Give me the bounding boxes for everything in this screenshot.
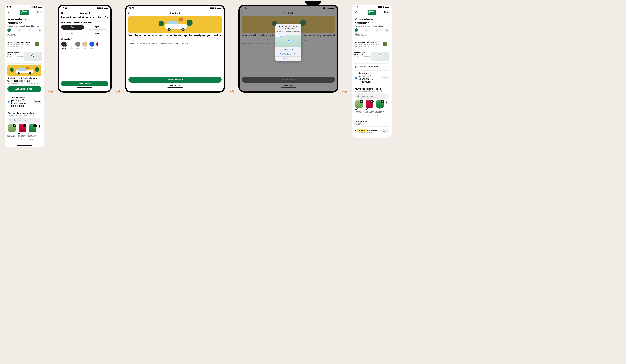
vehicle-card-title: Add your vehicle details for a faster cu… (7, 77, 41, 82)
step-store-icon: 🏬 (38, 28, 41, 32)
vehicle-illustration (7, 65, 41, 76)
help-button[interactable]: Help (383, 10, 390, 14)
allow-while-using-button[interactable]: Allow While Using App (275, 52, 301, 56)
search-input[interactable] (14, 119, 39, 121)
order-confirmed-card: Your order is confirmed Pick up anytime … (6, 16, 43, 38)
color-grey[interactable]: Grey (75, 41, 80, 49)
person-icon: 👤 (7, 101, 10, 103)
modal-header: ✕ Step 1 of 2 (59, 10, 111, 16)
invite-button[interactable]: Invite (381, 129, 389, 133)
close-icon[interactable]: ✕ (61, 11, 63, 15)
product-item-partial[interactable]: $ Till… 48 (386, 100, 389, 116)
allow-once-button[interactable]: Allow Once (275, 47, 301, 52)
save-vehicle-button[interactable]: Save vehicle (61, 81, 108, 86)
step-confirmed-icon: ✓ (355, 28, 358, 32)
still-time-card: You've still got time to shop Add items … (353, 86, 390, 118)
product-item[interactable]: + $599 Organic Girl Baby Spinach 5 oz co… (355, 100, 364, 116)
step-label: Step 2 of 2 (170, 12, 180, 14)
store-location-card[interactable]: Fresh Grocery 50 Beale Street San Franci… (6, 50, 43, 62)
content-scroll[interactable]: Your order is confirmed Pick up anytime … (4, 16, 44, 145)
store-location-card[interactable]: Fresh Grocery 50 Beale Street San Franci… (353, 50, 390, 62)
home-indicator (167, 87, 183, 88)
color-white[interactable]: White (68, 41, 73, 49)
type-chip-suv[interactable]: SUV (85, 25, 109, 30)
edit-order-row[interactable]: Edit order 9 items · $55.31 › (7, 33, 41, 37)
search-bar[interactable]: 🔍 (355, 93, 389, 99)
alert-map[interactable]: ➤Precise: On (275, 35, 301, 47)
color-blue[interactable]: Blue (89, 41, 94, 49)
color-red-partial[interactable] (96, 41, 98, 47)
color-tan[interactable]: Tan (82, 41, 87, 49)
someone-else-card: 👤 Someone else picking up? Share pickup … (353, 71, 390, 85)
status-time: 12:30 (62, 7, 67, 9)
alert-description: We'll use your location to help you sele… (275, 29, 301, 35)
store-address-line2: San Francisco, CA 88888 (354, 56, 370, 58)
add-icon[interactable]: + (34, 124, 37, 127)
status-bar: 12:30 ▮▮▮▮ ◉ ▬▬ (126, 6, 224, 10)
flow-arrow-icon (115, 89, 121, 93)
product-item[interactable]: + $1269 California Olive Ranch Extra Vir… (376, 100, 384, 116)
dont-allow-button[interactable]: Don't Allow (275, 56, 301, 61)
product-size: 5 oz container (7, 137, 16, 139)
payment-method: Visa 1234 (355, 123, 387, 125)
product-item[interactable]: + $749 Horizon Organic Reduced Fat Milk … (365, 100, 374, 116)
close-button[interactable]: ✕ (353, 10, 358, 14)
total-card[interactable]: Total $135.94 Visa 1234 › (353, 119, 390, 126)
close-button[interactable]: ✕ (6, 10, 11, 14)
close-icon[interactable]: ✕ (128, 11, 130, 15)
help-button[interactable]: Help (36, 10, 43, 14)
someone-desc: Share pickup instructions (358, 78, 380, 83)
add-icon[interactable]: + (381, 100, 384, 103)
product-size: 64 fl oz (18, 139, 27, 140)
status-icons: ▮▮▮▮ ◉ ▬▬ (30, 6, 41, 8)
precise-toggle[interactable]: ➤Precise: On (276, 35, 284, 37)
screen-1-order-confirmed: 9:48 ▮▮▮▮ ◉ ▬▬ ✕ FreshGrocery Help Your … (4, 4, 44, 147)
type-chip-truck[interactable]: Truck (85, 31, 109, 36)
share-button[interactable]: Share (381, 76, 389, 80)
step-confirmed-icon: ✓ (7, 28, 11, 32)
skip-link[interactable]: Skip for now (128, 84, 222, 86)
content-scroll[interactable]: Your order is confirmed Pick up anytime … (352, 16, 391, 138)
add-vehicle-button[interactable]: Add vehicle details (7, 86, 41, 92)
product-carousel[interactable]: + $599 Organic Girl Baby Spinach 5 oz co… (7, 124, 41, 140)
turn-on-location-button: Turn on location (242, 77, 335, 82)
step-label: Step 2 of 2 (283, 12, 293, 14)
product-item[interactable]: + $1269 California Olive Ranch Extra Vir… (28, 124, 37, 140)
progress-steps: ✓ 🛒 🛡 🏬 (355, 28, 389, 32)
add-icon[interactable]: + (370, 100, 374, 103)
replacement-prefs-card[interactable]: Replacement preferences Let your shopper… (353, 40, 390, 49)
product-item-partial[interactable]: $ Till… (39, 124, 41, 140)
screen-2-vehicle-step1: 12:30 ▮▮▮▮ ◉ ▬▬ ✕ Step 1 of 2 Let us kno… (58, 4, 112, 93)
svg-point-1 (10, 68, 14, 72)
turn-on-location-button[interactable]: Turn on location (128, 77, 222, 82)
color-black[interactable]: Black (61, 41, 66, 49)
status-icons: ▮▮▮▮ ◉ ▬▬ (97, 7, 108, 9)
driving-status-card[interactable]: 🚗 You're driving a black car › (353, 63, 390, 69)
type-chip-van[interactable]: Van (61, 31, 84, 36)
add-icon[interactable]: + (23, 124, 26, 127)
product-carousel[interactable]: + $599 Organic Girl Baby Spinach 5 oz co… (355, 100, 389, 116)
add-icon[interactable]: + (360, 100, 363, 103)
home-indicator (77, 87, 92, 88)
status-bar: 9:48 ▮▮▮▮ ◉ ▬▬ (352, 4, 391, 9)
location-permission-alert: Allow "Instacart" to use your location? … (275, 24, 301, 61)
order-meta: 9 items · $55.31 (7, 35, 19, 37)
status-time: 9:48 (7, 6, 11, 8)
product-item[interactable]: + $599 Organic Girl Baby Spinach 5 oz co… (7, 124, 16, 140)
search-input[interactable] (361, 95, 387, 97)
replacement-prefs-card[interactable]: Replacement preferences Let your shopper… (6, 40, 43, 49)
type-chip-car[interactable]: Car (61, 25, 84, 30)
search-bar[interactable]: 🔍 (7, 118, 41, 123)
flow-arrow-icon (48, 89, 54, 93)
share-button[interactable]: Share (34, 100, 41, 104)
driving-text: You're driving a black car (359, 65, 386, 67)
status-time: 12:30 (129, 7, 134, 9)
edit-order-row[interactable]: Edit order 9 items · $55.31 › (355, 33, 389, 37)
chevron-right-icon: › (388, 121, 389, 124)
invite-desc: Invite friends, earn money! (357, 131, 380, 133)
vehicle-type-question: What type of vehicle are you driving? (61, 21, 108, 24)
store-name: Fresh Grocery (354, 52, 370, 54)
add-icon[interactable]: + (13, 124, 16, 127)
product-item[interactable]: + $749 Horizon Organic Reduced Fat Milk … (18, 124, 27, 140)
vehicle-details-card: Add your vehicle details for a faster cu… (6, 63, 43, 93)
